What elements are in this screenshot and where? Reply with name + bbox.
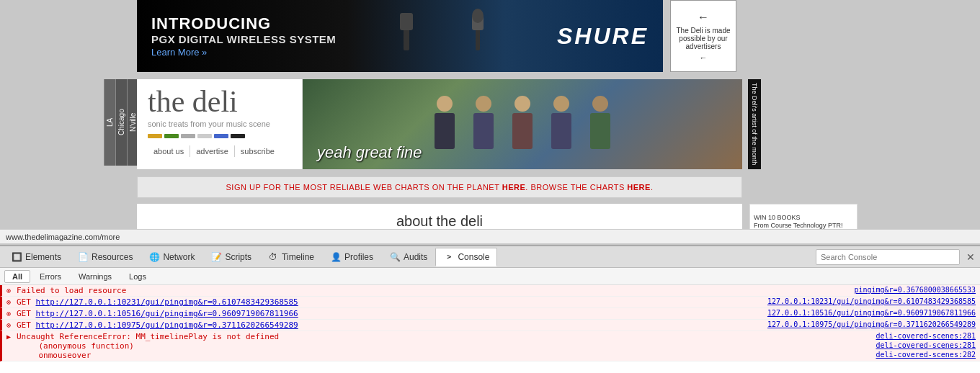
filter-errors[interactable]: Errors — [32, 270, 69, 283]
charts-link-here1[interactable]: HERE — [502, 183, 526, 192]
console-link-2[interactable]: http://127.0.0.1:10231/gui/pingimg&r=0.6… — [36, 297, 298, 307]
console-row-5: ▶ Uncaught ReferenceError: MM_timelinePl… — [0, 331, 980, 361]
error-icon-5: ▶ — [6, 333, 17, 341]
console-sub-onmouseover: onmouseover — [19, 351, 869, 360]
console-right-2[interactable]: 127.0.0.1:10231/gui/pingimg&r=0.61074834… — [767, 297, 976, 305]
tab-elements[interactable]: 🔲 Elements — [3, 248, 69, 266]
win-books-content: WIN 10 BOOKS From Course Technology PTR! — [754, 214, 842, 230]
console-right-1[interactable]: pingimg&r=0.3676800038665533 — [854, 286, 976, 294]
console-row-4: ⊗ GET http://127.0.0.1:10975/gui/pingimg… — [0, 320, 980, 331]
deli-color-bars — [148, 134, 291, 138]
console-link-4[interactable]: http://127.0.0.1:10975/gui/pingimg&r=0.3… — [36, 320, 298, 330]
profiles-icon: 👤 — [330, 251, 342, 263]
tab-timeline[interactable]: ⏱ Timeline — [259, 248, 322, 266]
console-row-2: ⊗ GET http://127.0.0.1:10231/gui/pingimg… — [0, 297, 980, 308]
arrow-left-icon: ← — [698, 11, 709, 24]
search-console-input[interactable] — [816, 249, 960, 265]
banner-learn-more[interactable]: Learn More » — [151, 47, 207, 58]
devtools-search-area: ✕ — [816, 249, 977, 265]
tab-network[interactable]: 🌐 Network — [141, 248, 202, 266]
banner-ad: INTRODUCING PGX DIGITAL WIRELESS SYSTEM … — [137, 0, 663, 72]
win-books-headline: WIN 10 BOOKS From Course Technology PTR! — [754, 214, 842, 230]
console-row-3: ⊗ GET http://127.0.0.1:10516/gui/pingimg… — [0, 308, 980, 320]
devtools-filter-bar: All Errors Warnings Logs — [0, 268, 980, 285]
deli-nav-subscribe[interactable]: subscribe — [235, 145, 280, 157]
console-row-5-sub1: (anonymous function) deli-covered-scenes… — [6, 341, 976, 351]
sidebar-tab-chicago[interactable]: Chicago — [115, 79, 127, 166]
tab-audits[interactable]: 🔍 Audits — [381, 248, 435, 266]
deli-tagline: sonic treats from your music scene — [148, 120, 291, 128]
deli-content: the deli sonic treats from your music sc… — [137, 79, 742, 169]
band-caption: yeah great fine — [317, 143, 422, 162]
deli-nav-about[interactable]: about us — [148, 145, 190, 157]
tab-scripts[interactable]: 📝 Scripts — [202, 248, 259, 266]
tab-network-label: Network — [163, 252, 195, 262]
person-head-3 — [514, 96, 530, 112]
person-body-1 — [435, 113, 455, 149]
color-bar-4 — [197, 134, 212, 138]
console-msg-4: GET http://127.0.0.1:10975/gui/pingimg&r… — [17, 320, 760, 330]
advertiser-box-text: The Deli is made possible by our adverti… — [671, 27, 736, 50]
sidebar-tab-la[interactable]: LA — [104, 79, 115, 166]
person-body-3 — [512, 113, 533, 149]
tab-profiles-label: Profiles — [344, 252, 373, 262]
devtools-tabs-bar: 🔲 Elements 📄 Resources 🌐 Network 📝 Scrip… — [0, 246, 980, 268]
console-right-4[interactable]: 127.0.0.1:10975/gui/pingimg&r=0.37116202… — [767, 320, 976, 328]
arrow-left2-icon: ← — [700, 53, 708, 62]
deli-nav: about us advertise subscribe — [148, 145, 291, 157]
tab-resources[interactable]: 📄 Resources — [69, 248, 141, 266]
console-link-3[interactable]: http://127.0.0.1:10516/gui/pingimg&r=0.9… — [36, 309, 298, 318]
tab-resources-label: Resources — [92, 252, 133, 262]
devtools-close-button[interactable]: ✕ — [964, 251, 977, 264]
console-right-5a[interactable]: deli-covered-scenes:281 — [876, 332, 976, 340]
person-head-1 — [437, 96, 453, 112]
deli-nav-advertise[interactable]: advertise — [190, 145, 235, 157]
devtools-console-output: ⊗ Failed to load resource pingimg&r=0.36… — [0, 285, 980, 373]
console-row-1: ⊗ Failed to load resource pingimg&r=0.36… — [0, 285, 980, 297]
tab-timeline-label: Timeline — [282, 252, 314, 262]
color-bar-1 — [148, 134, 162, 138]
charts-banner: SIGN UP FOR THE MOST RELIABLE WEB CHARTS… — [137, 176, 742, 198]
person-body-2 — [473, 113, 494, 149]
filter-logs[interactable]: Logs — [121, 270, 154, 283]
color-bar-5 — [214, 134, 228, 138]
network-icon: 🌐 — [148, 251, 160, 263]
console-sub-anonymous: (anonymous function) — [19, 341, 869, 351]
person-1 — [427, 96, 463, 153]
banner-product-image — [375, 7, 519, 65]
console-right-5c[interactable]: deli-covered-scenes:282 — [876, 351, 976, 360]
status-bar: www.thedelimagazine.com/more — [0, 229, 980, 243]
error-icon-4: ⊗ — [6, 321, 17, 329]
timeline-icon: ⏱ — [267, 251, 279, 263]
tab-console[interactable]: > Console — [435, 248, 497, 266]
console-msg-2: GET http://127.0.0.1:10231/gui/pingimg&r… — [17, 297, 760, 307]
person-4 — [543, 96, 579, 153]
console-right-5b[interactable]: deli-covered-scenes:281 — [876, 341, 976, 351]
tab-scripts-label: Scripts — [225, 252, 251, 262]
console-msg-1: Failed to load resource — [17, 286, 847, 295]
console-msg-3: GET http://127.0.0.1:10516/gui/pingimg&r… — [17, 309, 760, 318]
svg-rect-1 — [400, 13, 413, 30]
console-right-3[interactable]: 127.0.0.1:10516/gui/pingimg&r=0.96097190… — [767, 309, 976, 317]
person-3 — [504, 96, 540, 153]
status-url: www.thedelimagazine.com/more — [6, 233, 120, 241]
filter-warnings[interactable]: Warnings — [71, 270, 120, 283]
devtools-panel: 🔲 Elements 📄 Resources 🌐 Network 📝 Scrip… — [0, 245, 980, 373]
console-msg-5: Uncaught ReferenceError: MM_timelinePlay… — [17, 332, 869, 341]
charts-text: SIGN UP FOR THE MOST RELIABLE WEB CHARTS… — [226, 183, 654, 192]
tab-profiles[interactable]: 👤 Profiles — [322, 248, 381, 266]
banner-intro-line2: PGX DIGITAL WIRELESS SYSTEM — [151, 33, 336, 45]
tab-audits-label: Audits — [404, 252, 427, 262]
filter-all[interactable]: All — [4, 270, 30, 283]
banner-shure-logo: SHURE — [543, 16, 663, 57]
resources-icon: 📄 — [77, 251, 89, 263]
deli-logo-area: the deli sonic treats from your music sc… — [137, 79, 303, 169]
color-bar-6 — [231, 134, 245, 138]
error-icon-3: ⊗ — [6, 310, 17, 318]
tab-console-label: Console — [458, 252, 489, 262]
charts-link-here2[interactable]: HERE — [627, 183, 651, 192]
person-head-5 — [592, 96, 608, 112]
scripts-icon: 📝 — [210, 251, 222, 263]
console-icon: > — [443, 251, 455, 263]
person-5 — [582, 96, 618, 153]
